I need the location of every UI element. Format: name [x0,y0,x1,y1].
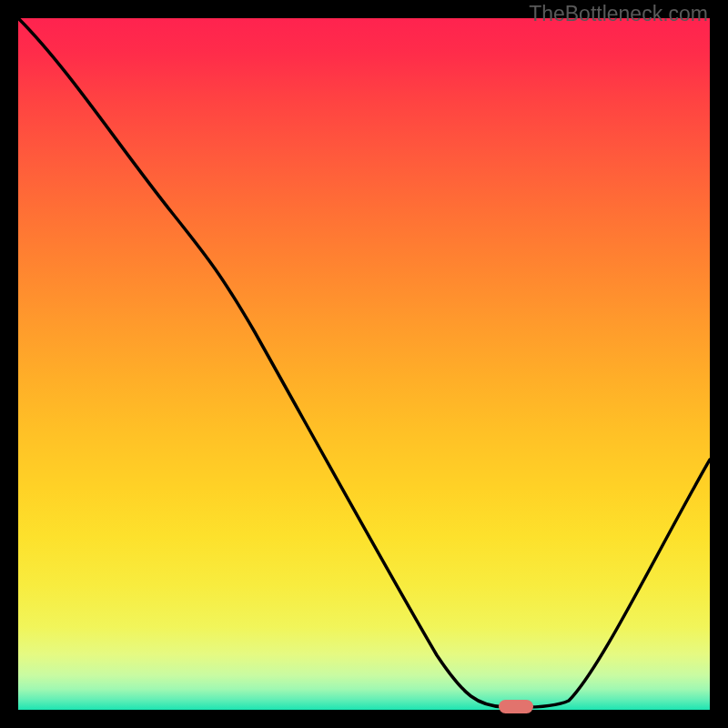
plot-area [18,18,710,710]
bottleneck-curve [18,18,710,710]
optimal-marker [499,700,533,713]
watermark-text: TheBottleneck.com [529,2,708,26]
